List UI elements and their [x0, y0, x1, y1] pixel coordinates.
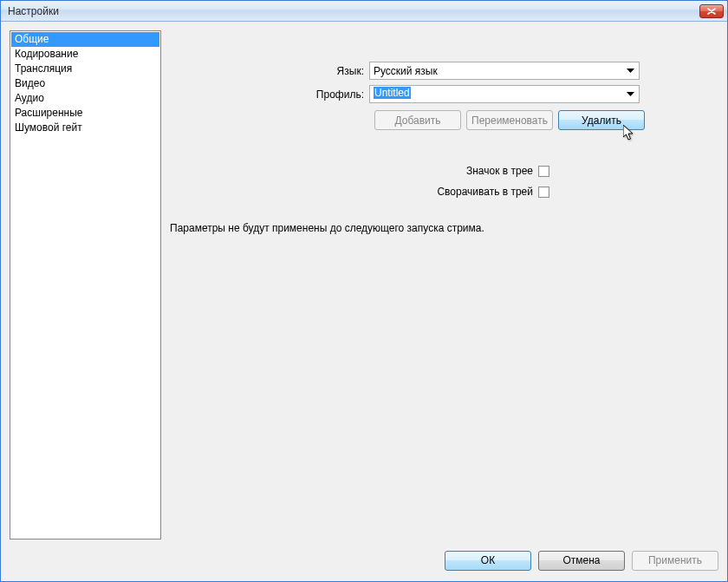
titlebar: Настройки: [1, 1, 727, 22]
apply-button: Применить: [632, 551, 718, 571]
delete-button[interactable]: Удалить: [558, 110, 645, 130]
minimize-tray-checkbox[interactable]: [538, 186, 549, 198]
close-icon: [707, 8, 716, 15]
ok-button[interactable]: ОК: [445, 551, 531, 571]
cancel-button[interactable]: Отмена: [538, 551, 625, 571]
profile-row: Профиль: Untitled: [170, 85, 718, 103]
profile-value: Untitled: [374, 87, 411, 101]
sidebar-item-encoding[interactable]: Кодирование: [11, 47, 159, 62]
settings-window: Настройки Общие Кодирование Трансляция В…: [0, 0, 728, 582]
close-button[interactable]: [699, 4, 724, 18]
minimize-tray-row: Сворачивать в трей: [170, 186, 718, 198]
chevron-down-icon: [625, 69, 636, 74]
language-label: Язык:: [170, 65, 369, 77]
add-button: Добавить: [374, 110, 461, 130]
sidebar-item-audio[interactable]: Аудио: [11, 91, 159, 106]
language-dropdown[interactable]: Русский язык: [369, 62, 640, 80]
rename-button: Переименовать: [466, 110, 553, 130]
language-value: Русский язык: [374, 65, 625, 77]
profile-label: Профиль:: [170, 88, 369, 101]
profile-dropdown[interactable]: Untitled: [369, 85, 640, 103]
apply-button-label: Применить: [648, 554, 702, 566]
cancel-button-label: Отмена: [562, 554, 600, 566]
tray-icon-row: Значок в трее: [170, 165, 718, 177]
rename-button-label: Переименовать: [471, 114, 548, 127]
sidebar-item-general[interactable]: Общие: [11, 32, 159, 47]
ok-button-label: ОК: [481, 554, 495, 566]
language-row: Язык: Русский язык: [170, 62, 718, 80]
add-button-label: Добавить: [394, 114, 440, 127]
info-text: Параметры не будут применены до следующе…: [170, 222, 718, 234]
dialog-body: Общие Кодирование Трансляция Видео Аудио…: [1, 22, 727, 545]
sidebar-item-advanced[interactable]: Расширенные: [11, 106, 159, 121]
profile-buttons: Добавить Переименовать Удалить: [170, 110, 718, 130]
sidebar-item-video[interactable]: Видео: [11, 76, 159, 91]
sidebar-item-broadcast[interactable]: Трансляция: [11, 62, 159, 76]
window-title: Настройки: [8, 5, 699, 17]
minimize-tray-label: Сворачивать в трей: [437, 186, 533, 198]
dialog-footer: ОК Отмена Применить: [1, 545, 727, 581]
main-panel: Язык: Русский язык Профиль: Untitled: [170, 30, 718, 539]
chevron-down-icon: [625, 92, 636, 97]
tray-options: Значок в трее Сворачивать в трей: [170, 165, 718, 198]
sidebar[interactable]: Общие Кодирование Трансляция Видео Аудио…: [10, 30, 161, 539]
delete-button-label: Удалить: [582, 114, 621, 127]
sidebar-item-noise-gate[interactable]: Шумовой гейт: [11, 121, 159, 135]
tray-icon-checkbox[interactable]: [538, 166, 549, 177]
tray-icon-label: Значок в трее: [466, 165, 533, 177]
